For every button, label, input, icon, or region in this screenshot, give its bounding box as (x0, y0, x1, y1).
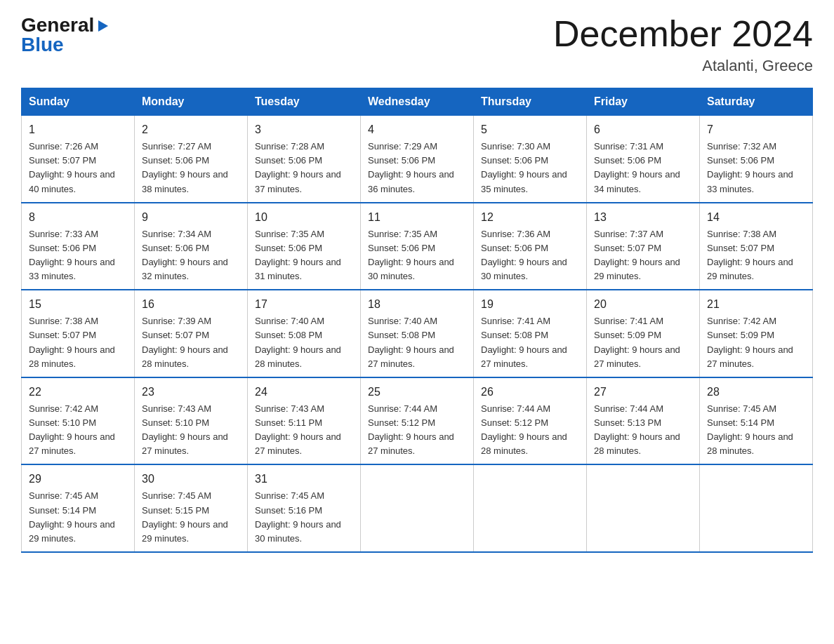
day-info: Sunrise: 7:44 AMSunset: 5:13 PMDaylight:… (594, 402, 692, 459)
calendar-cell: 11Sunrise: 7:35 AMSunset: 5:06 PMDayligh… (361, 203, 474, 290)
calendar-table: SundayMondayTuesdayWednesdayThursdayFrid… (21, 88, 813, 553)
day-number: 29 (29, 471, 127, 488)
calendar-cell: 3Sunrise: 7:28 AMSunset: 5:06 PMDaylight… (248, 116, 361, 203)
calendar-cell: 13Sunrise: 7:37 AMSunset: 5:07 PMDayligh… (587, 203, 700, 290)
day-info: Sunrise: 7:33 AMSunset: 5:06 PMDaylight:… (29, 227, 127, 284)
day-info: Sunrise: 7:34 AMSunset: 5:06 PMDaylight:… (142, 227, 240, 284)
calendar-cell: 21Sunrise: 7:42 AMSunset: 5:09 PMDayligh… (700, 290, 813, 377)
day-info: Sunrise: 7:43 AMSunset: 5:10 PMDaylight:… (142, 402, 240, 459)
calendar-cell: 12Sunrise: 7:36 AMSunset: 5:06 PMDayligh… (474, 203, 587, 290)
calendar-cell: 19Sunrise: 7:41 AMSunset: 5:08 PMDayligh… (474, 290, 587, 377)
day-number: 3 (255, 121, 353, 138)
calendar-cell: 30Sunrise: 7:45 AMSunset: 5:15 PMDayligh… (135, 464, 248, 552)
day-info: Sunrise: 7:26 AMSunset: 5:07 PMDaylight:… (29, 140, 127, 196)
day-info: Sunrise: 7:30 AMSunset: 5:06 PMDaylight:… (481, 140, 579, 196)
col-header-monday: Monday (135, 88, 248, 116)
svg-marker-0 (98, 20, 108, 32)
day-info: Sunrise: 7:28 AMSunset: 5:06 PMDaylight:… (255, 140, 353, 196)
day-number: 28 (707, 384, 805, 401)
calendar-cell: 5Sunrise: 7:30 AMSunset: 5:06 PMDaylight… (474, 116, 587, 203)
page-header: General Blue December 2024 Atalanti, Gre… (21, 14, 813, 75)
day-number: 10 (255, 209, 353, 226)
calendar-cell: 18Sunrise: 7:40 AMSunset: 5:08 PMDayligh… (361, 290, 474, 377)
day-info: Sunrise: 7:45 AMSunset: 5:14 PMDaylight:… (707, 402, 805, 459)
calendar-week-row: 15Sunrise: 7:38 AMSunset: 5:07 PMDayligh… (22, 290, 813, 377)
col-header-saturday: Saturday (700, 88, 813, 116)
calendar-cell: 20Sunrise: 7:41 AMSunset: 5:09 PMDayligh… (587, 290, 700, 377)
calendar-cell (700, 464, 813, 552)
day-info: Sunrise: 7:35 AMSunset: 5:06 PMDaylight:… (368, 227, 466, 284)
calendar-cell: 29Sunrise: 7:45 AMSunset: 5:14 PMDayligh… (22, 464, 135, 552)
day-info: Sunrise: 7:44 AMSunset: 5:12 PMDaylight:… (481, 402, 579, 459)
calendar-cell: 1Sunrise: 7:26 AMSunset: 5:07 PMDaylight… (22, 116, 135, 203)
calendar-week-row: 8Sunrise: 7:33 AMSunset: 5:06 PMDaylight… (22, 203, 813, 290)
day-number: 1 (29, 121, 127, 138)
day-info: Sunrise: 7:41 AMSunset: 5:09 PMDaylight:… (594, 314, 692, 371)
day-number: 20 (594, 296, 692, 313)
col-header-wednesday: Wednesday (361, 88, 474, 116)
calendar-cell: 28Sunrise: 7:45 AMSunset: 5:14 PMDayligh… (700, 377, 813, 465)
day-number: 5 (481, 121, 579, 138)
calendar-cell: 15Sunrise: 7:38 AMSunset: 5:07 PMDayligh… (22, 290, 135, 377)
calendar-cell: 22Sunrise: 7:42 AMSunset: 5:10 PMDayligh… (22, 377, 135, 465)
day-info: Sunrise: 7:45 AMSunset: 5:15 PMDaylight:… (142, 489, 240, 546)
calendar-cell: 25Sunrise: 7:44 AMSunset: 5:12 PMDayligh… (361, 377, 474, 465)
day-info: Sunrise: 7:38 AMSunset: 5:07 PMDaylight:… (707, 227, 805, 284)
day-number: 30 (142, 471, 240, 488)
day-number: 11 (368, 209, 466, 226)
day-number: 26 (481, 384, 579, 401)
day-number: 16 (142, 296, 240, 313)
day-number: 14 (707, 209, 805, 226)
calendar-cell (587, 464, 700, 552)
day-number: 9 (142, 209, 240, 226)
page-subtitle: Atalanti, Greece (553, 57, 813, 75)
day-info: Sunrise: 7:45 AMSunset: 5:14 PMDaylight:… (29, 489, 127, 546)
calendar-cell: 14Sunrise: 7:38 AMSunset: 5:07 PMDayligh… (700, 203, 813, 290)
calendar-cell: 6Sunrise: 7:31 AMSunset: 5:06 PMDaylight… (587, 116, 700, 203)
logo-blue: Blue (21, 34, 64, 56)
calendar-cell: 26Sunrise: 7:44 AMSunset: 5:12 PMDayligh… (474, 377, 587, 465)
day-info: Sunrise: 7:27 AMSunset: 5:06 PMDaylight:… (142, 140, 240, 196)
day-number: 12 (481, 209, 579, 226)
logo: General Blue (21, 14, 111, 56)
day-number: 18 (368, 296, 466, 313)
calendar-cell: 10Sunrise: 7:35 AMSunset: 5:06 PMDayligh… (248, 203, 361, 290)
day-info: Sunrise: 7:36 AMSunset: 5:06 PMDaylight:… (481, 227, 579, 284)
calendar-cell: 8Sunrise: 7:33 AMSunset: 5:06 PMDaylight… (22, 203, 135, 290)
day-info: Sunrise: 7:39 AMSunset: 5:07 PMDaylight:… (142, 314, 240, 371)
day-info: Sunrise: 7:35 AMSunset: 5:06 PMDaylight:… (255, 227, 353, 284)
day-info: Sunrise: 7:42 AMSunset: 5:09 PMDaylight:… (707, 314, 805, 371)
col-header-sunday: Sunday (22, 88, 135, 116)
day-info: Sunrise: 7:43 AMSunset: 5:11 PMDaylight:… (255, 402, 353, 459)
day-number: 15 (29, 296, 127, 313)
col-header-thursday: Thursday (474, 88, 587, 116)
day-number: 19 (481, 296, 579, 313)
day-number: 4 (368, 121, 466, 138)
calendar-week-row: 1Sunrise: 7:26 AMSunset: 5:07 PMDaylight… (22, 116, 813, 203)
calendar-week-row: 22Sunrise: 7:42 AMSunset: 5:10 PMDayligh… (22, 377, 813, 465)
col-header-friday: Friday (587, 88, 700, 116)
day-info: Sunrise: 7:40 AMSunset: 5:08 PMDaylight:… (255, 314, 353, 371)
day-number: 8 (29, 209, 127, 226)
day-info: Sunrise: 7:32 AMSunset: 5:06 PMDaylight:… (707, 140, 805, 196)
day-info: Sunrise: 7:45 AMSunset: 5:16 PMDaylight:… (255, 489, 353, 546)
day-info: Sunrise: 7:37 AMSunset: 5:07 PMDaylight:… (594, 227, 692, 284)
day-number: 13 (594, 209, 692, 226)
calendar-cell: 23Sunrise: 7:43 AMSunset: 5:10 PMDayligh… (135, 377, 248, 465)
day-number: 6 (594, 121, 692, 138)
day-number: 27 (594, 384, 692, 401)
day-info: Sunrise: 7:42 AMSunset: 5:10 PMDaylight:… (29, 402, 127, 459)
day-number: 7 (707, 121, 805, 138)
day-info: Sunrise: 7:31 AMSunset: 5:06 PMDaylight:… (594, 140, 692, 196)
logo-arrow-icon (95, 18, 111, 34)
day-number: 17 (255, 296, 353, 313)
day-info: Sunrise: 7:29 AMSunset: 5:06 PMDaylight:… (368, 140, 466, 196)
calendar-cell: 4Sunrise: 7:29 AMSunset: 5:06 PMDaylight… (361, 116, 474, 203)
day-number: 2 (142, 121, 240, 138)
col-header-tuesday: Tuesday (248, 88, 361, 116)
calendar-cell (361, 464, 474, 552)
calendar-cell: 24Sunrise: 7:43 AMSunset: 5:11 PMDayligh… (248, 377, 361, 465)
calendar-cell (474, 464, 587, 552)
calendar-cell: 27Sunrise: 7:44 AMSunset: 5:13 PMDayligh… (587, 377, 700, 465)
day-info: Sunrise: 7:40 AMSunset: 5:08 PMDaylight:… (368, 314, 466, 371)
